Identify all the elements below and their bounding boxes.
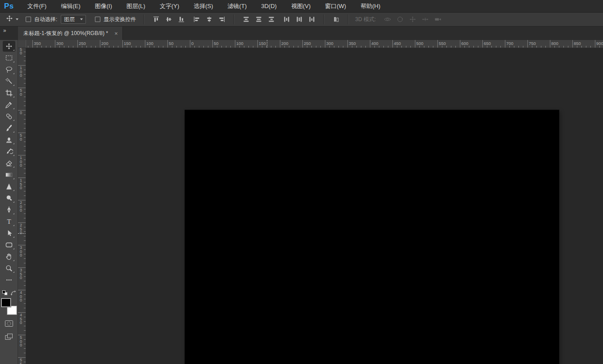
ruler-label: 5 5 0 [20,358,22,364]
auto-align-layers-icon[interactable] [331,14,342,24]
align-horizontal-centers-icon[interactable] [204,14,215,24]
clone-stamp-tool[interactable] [3,134,15,145]
type-tool[interactable]: T [3,216,15,227]
horizontal-ruler[interactable]: 3503002502001501005005010015020025030035… [26,40,603,48]
ruler-label: 550 [439,41,446,46]
tool-options-bar: 自动选择: 图层 显示变换控件 3D 模式: [0,13,603,27]
history-brush-tool[interactable] [3,146,15,157]
separator [348,14,349,24]
auto-align-group [331,14,342,24]
ruler-label: 0 [191,41,194,46]
ruler-label: 5 0 [20,133,22,141]
move-tool[interactable] [3,41,15,52]
menu-bar: Ps 文件(F)编辑(E)图像(I)图层(L)文字(Y)选择(S)滤镜(T)3D… [0,0,603,13]
screen-mode-button[interactable] [4,333,14,342]
ruler-label: 200 [281,41,288,46]
ruler-label: 900 [596,41,603,46]
swap-colors-icon[interactable] [10,290,16,297]
ruler-label: 0 [20,111,22,115]
pen-tool[interactable] [3,204,15,215]
background-color-swatch[interactable] [7,306,17,315]
ruler-label: 4 5 0 [20,313,22,325]
document-canvas[interactable] [185,110,559,364]
rounded-rectangle-tool[interactable] [3,240,15,250]
separator [324,14,324,24]
ruler-label: 1 0 0 [20,66,22,78]
tool-buttons: T [3,41,15,286]
distribute-vertical-centers-icon[interactable] [253,14,264,24]
menu-item-help[interactable]: 帮助(H) [353,2,387,10]
auto-select-dropdown[interactable]: 图层 [61,15,86,24]
align-vertical-centers-icon[interactable] [163,14,174,24]
brush-tool[interactable] [3,123,15,133]
show-transform-checkbox[interactable] [95,17,100,22]
menu-item-edit[interactable]: 编辑(E) [54,2,87,10]
hand-tool[interactable] [3,251,15,262]
auto-select-checkbox[interactable] [26,17,31,22]
align-vertical-group [151,14,187,24]
menu-item-layer[interactable]: 图层(L) [119,2,153,10]
separator [144,14,144,24]
mode-3d-group [382,14,443,24]
ruler-label: 100 [236,41,243,46]
dodge-tool[interactable] [3,193,15,204]
3d-roll-icon [395,14,405,24]
quick-mask-button[interactable] [4,320,14,329]
distribute-bottom-edges-icon[interactable] [266,14,277,24]
tool-preset-picker[interactable] [5,14,18,24]
zoom-tool[interactable] [3,263,15,274]
menu-item-type[interactable]: 文字(Y) [153,2,186,10]
magic-wand-tool[interactable] [3,76,15,87]
ruler-label: 600 [461,41,468,46]
ruler-label: 200 [101,41,108,46]
ruler-label: 300 [56,41,63,46]
3d-rotate-icon [382,14,393,24]
gradient-tool[interactable] [3,169,15,180]
path-selection-tool[interactable] [3,228,15,239]
vertical-ruler[interactable]: 1 5 01 0 05 005 01 0 01 5 02 0 02 5 03 0… [18,48,26,364]
lasso-tool[interactable] [3,64,15,75]
align-right-edges-icon[interactable] [216,14,227,24]
eyedropper-tool[interactable] [3,99,15,110]
document-tab[interactable]: 未标题-1-恢复的 @ 100%(RGB/8) * × [18,27,123,40]
default-colors-icon[interactable] [2,290,8,297]
document-area: 3503002502001501005005010015020025030035… [18,40,603,364]
foreground-color-swatch[interactable] [1,298,11,307]
ruler-label: 850 [574,41,581,46]
distribute-horizontal-group [281,14,317,24]
menu-item-image[interactable]: 图像(I) [88,2,119,10]
rectangular-marquee-tool[interactable] [3,53,15,63]
menu-item-view[interactable]: 视图(V) [284,2,318,10]
menu-item-select[interactable]: 选择(S) [186,2,220,10]
ruler-label: 1 5 0 [20,48,22,55]
ruler-label: 1 5 0 [20,178,22,190]
eraser-tool[interactable] [3,158,15,169]
menu-item-file[interactable]: 文件(F) [20,2,54,10]
3d-slide-icon [420,14,431,24]
menu-item-filter[interactable]: 滤镜(T) [220,2,254,10]
distribute-horizontal-centers-icon[interactable] [294,14,305,24]
menu-item-3d[interactable]: 3D(D) [254,3,284,9]
ruler-label: 400 [371,41,378,46]
ruler-label: 150 [259,41,266,46]
chevron-down-icon [80,18,83,20]
align-horizontal-group [191,14,227,24]
sharpen-tool[interactable] [3,181,15,192]
align-bottom-edges-icon[interactable] [176,14,187,24]
distribute-right-edges-icon[interactable] [306,14,317,24]
spot-healing-brush-tool[interactable] [3,111,15,122]
crop-tool[interactable] [3,88,15,98]
ruler-label: 2 0 0 [20,201,22,213]
mode-3d-label: 3D 模式: [355,16,376,23]
distribute-top-edges-icon[interactable] [241,14,252,24]
document-tab-bar: » 未标题-1-恢复的 @ 100%(RGB/8) * × [0,27,603,40]
menu-item-window[interactable]: 窗口(W) [318,2,353,10]
align-left-edges-icon[interactable] [191,14,202,24]
document-tab-title: 未标题-1-恢复的 @ 100%(RGB/8) * [23,30,108,37]
tab-close-icon[interactable]: × [114,31,118,36]
expand-panel-chevron[interactable]: » [0,27,18,40]
distribute-left-edges-icon[interactable] [281,14,292,24]
ruler-origin-corner[interactable] [18,40,26,48]
align-top-edges-icon[interactable] [151,14,162,24]
edit-toolbar-tool[interactable] [3,275,15,285]
